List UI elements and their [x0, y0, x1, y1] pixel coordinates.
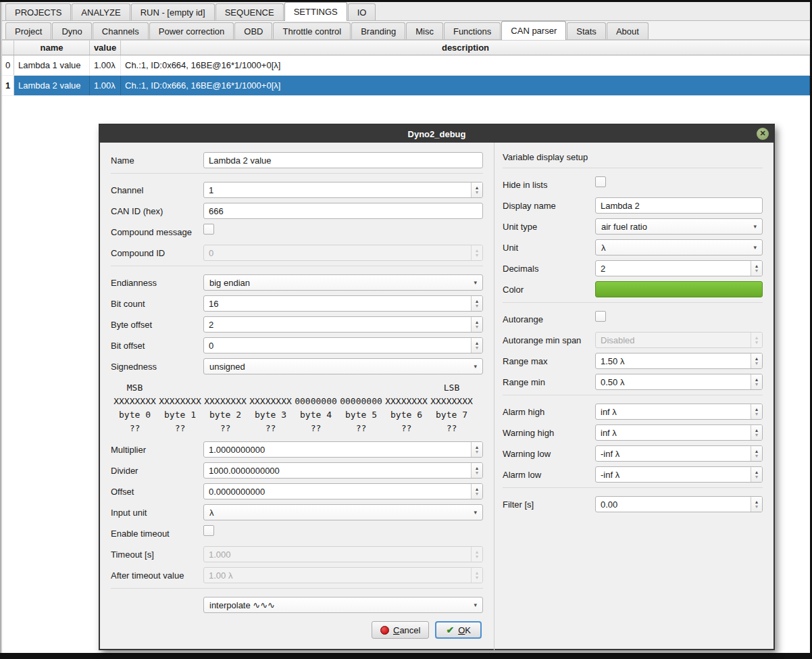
spin-down-icon[interactable]: ▾ [755, 474, 758, 479]
tab-sequence[interactable]: SEQUENCE [215, 3, 284, 20]
spin-buttons[interactable]: ▴▾ [751, 467, 762, 482]
spin-buttons[interactable]: ▴▾ [471, 296, 482, 311]
filter-input[interactable] [595, 496, 763, 512]
settings-tab-can-parser[interactable]: CAN parser [501, 21, 566, 40]
close-icon[interactable]: ✕ [757, 128, 769, 140]
spin-buttons[interactable]: ▴▾ [751, 404, 762, 419]
spin-down-icon[interactable]: ▾ [755, 433, 758, 437]
alarm-high-input[interactable] [595, 404, 763, 420]
cell-description[interactable]: Ch.:1, ID:0x664, 16BE@16*1/1000+0[λ] [121, 55, 810, 75]
cell-name[interactable]: Lambda 1 value [14, 55, 90, 75]
can-id-input[interactable] [203, 203, 483, 219]
settings-tab-channels[interactable]: Channels [93, 22, 149, 39]
spin-down-icon[interactable]: ▾ [476, 491, 478, 496]
autorange-checkbox[interactable] [595, 311, 606, 322]
after-timeout-value-input [203, 567, 483, 583]
spin-buttons[interactable]: ▴▾ [471, 317, 482, 332]
chevron-down-icon: ▾ [474, 602, 477, 608]
tab-analyze[interactable]: ANALYZE [72, 3, 130, 20]
spin-down-icon[interactable]: ▾ [755, 454, 758, 458]
spin-down-icon[interactable]: ▾ [755, 268, 758, 273]
spin-down-icon[interactable]: ▾ [755, 382, 758, 387]
spin-down-icon[interactable]: ▾ [755, 361, 758, 366]
cancel-stop-icon [380, 626, 389, 635]
input-unit-dropdown[interactable]: λ▾ [203, 504, 483, 520]
settings-tab-obd[interactable]: OBD [234, 22, 272, 39]
name-input[interactable] [203, 152, 483, 168]
byte-offset-input[interactable] [203, 316, 483, 333]
spin-down-icon[interactable]: ▾ [476, 303, 478, 308]
column-header-value[interactable]: value [90, 41, 121, 55]
parser-settings-pane: Name Channel ▴▾ CAN ID (hex) Compound me… [100, 143, 494, 650]
color-swatch-button[interactable] [595, 281, 763, 297]
unit-type-dropdown[interactable]: air fuel ratio▾ [595, 218, 763, 235]
bit-offset-input[interactable] [203, 337, 483, 353]
settings-tab-stats[interactable]: Stats [567, 22, 606, 39]
spin-down-icon[interactable]: ▾ [476, 324, 478, 329]
column-header-description[interactable]: description [121, 41, 810, 55]
ok-button-label: OK [458, 625, 471, 635]
spin-buttons[interactable]: ▴▾ [471, 338, 482, 353]
cell-value[interactable]: 1.00λ [90, 55, 121, 75]
settings-tab-project[interactable]: Project [5, 22, 51, 39]
spin-buttons[interactable]: ▴▾ [471, 463, 482, 478]
tab-projects[interactable]: PROJECTS [5, 3, 71, 20]
column-header-name[interactable]: name [14, 41, 90, 55]
enable-timeout-checkbox[interactable] [203, 525, 214, 536]
spin-buttons[interactable]: ▴▾ [471, 182, 482, 197]
spin-buttons[interactable]: ▴▾ [751, 446, 762, 461]
range-min-input[interactable] [595, 374, 763, 390]
ok-button[interactable]: ✔ OK [435, 621, 482, 639]
multiplier-input[interactable] [203, 441, 483, 458]
settings-tab-power-correction[interactable]: Power correction [149, 22, 234, 39]
compound-message-checkbox[interactable] [203, 224, 214, 235]
table-row[interactable]: 0 Lambda 1 value 1.00λ Ch.:1, ID:0x664, … [2, 55, 810, 76]
hide-in-lists-checkbox[interactable] [595, 176, 606, 187]
spin-down-icon[interactable]: ▾ [476, 190, 478, 195]
signedness-dropdown[interactable]: unsigned▾ [203, 358, 483, 374]
spin-down-icon[interactable]: ▾ [476, 449, 478, 454]
display-name-input[interactable] [595, 197, 763, 214]
cell-description[interactable]: Ch.:1, ID:0x666, 16BE@16*1/1000+0[λ] [121, 76, 810, 95]
alarm-low-input[interactable] [595, 466, 763, 483]
offset-input[interactable] [203, 483, 483, 499]
range-max-input[interactable] [595, 353, 763, 369]
cancel-button[interactable]: Cancel [372, 621, 429, 639]
chevron-down-icon: ▾ [753, 223, 757, 230]
interpolate-dropdown[interactable]: interpolate ∿∿∿▾ [203, 597, 483, 613]
settings-tab-functions[interactable]: Functions [444, 22, 501, 39]
tab-io[interactable]: IO [348, 3, 376, 20]
spin-buttons[interactable]: ▴▾ [471, 442, 482, 457]
spin-buttons[interactable]: ▴▾ [751, 497, 762, 512]
spin-buttons[interactable]: ▴▾ [471, 484, 482, 499]
settings-tab-dyno[interactable]: Dyno [52, 22, 91, 39]
settings-tab-throttle-control[interactable]: Throttle control [273, 22, 351, 39]
tab-settings[interactable]: SETTINGS [284, 2, 347, 21]
spin-buttons[interactable]: ▴▾ [751, 425, 762, 440]
spin-down-icon[interactable]: ▾ [476, 470, 478, 475]
unit-dropdown[interactable]: λ▾ [595, 239, 763, 255]
cancel-button-label: Cancel [393, 625, 420, 635]
byte-label: byte 0 [112, 410, 157, 420]
warning-high-input[interactable] [595, 424, 763, 441]
tab-run[interactable]: RUN - [empty id] [131, 3, 215, 20]
settings-tab-about[interactable]: About [607, 22, 649, 39]
channel-input[interactable] [203, 182, 483, 198]
settings-tab-misc[interactable]: Misc [406, 22, 443, 39]
spin-down-icon[interactable]: ▾ [755, 412, 758, 416]
endianness-dropdown[interactable]: big endian▾ [203, 274, 483, 291]
channel-label: Channel [111, 185, 203, 195]
decimals-input[interactable] [595, 260, 763, 276]
divider-input[interactable] [203, 462, 483, 479]
table-row-selected[interactable]: 1 Lambda 2 value 1.00λ Ch.:1, ID:0x666, … [2, 76, 810, 96]
warning-low-input[interactable] [595, 445, 763, 462]
spin-down-icon[interactable]: ▾ [476, 345, 478, 350]
spin-buttons[interactable]: ▴▾ [751, 374, 762, 389]
bit-count-input[interactable] [203, 295, 483, 312]
cell-name[interactable]: Lambda 2 value [14, 76, 90, 95]
spin-buttons[interactable]: ▴▾ [751, 353, 762, 368]
cell-value[interactable]: 1.00λ [90, 76, 121, 95]
settings-tab-branding[interactable]: Branding [351, 22, 405, 39]
spin-buttons[interactable]: ▴▾ [751, 261, 762, 276]
spin-down-icon[interactable]: ▾ [755, 504, 758, 509]
